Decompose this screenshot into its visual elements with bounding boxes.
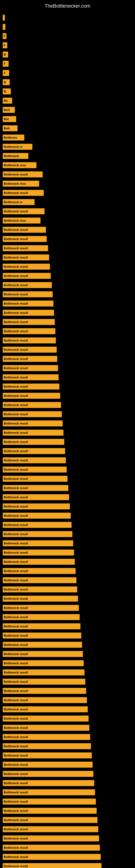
bar-row: Bottleneck result (3, 844, 132, 851)
bar-row: F (3, 32, 132, 40)
bar-row: Bottleneck result (3, 761, 132, 769)
bar: Bottleneck result (3, 356, 57, 362)
bar-row: Bottleneck result (3, 604, 132, 612)
bar: Bottleneck result (3, 688, 86, 694)
bar-row: Bottleneck result (3, 401, 132, 409)
bar-row: Bottleneck result (3, 669, 132, 676)
bar-row: B (3, 79, 132, 86)
bar-row: Bottleneck result (3, 300, 132, 307)
bar: Bottleneck result (3, 513, 71, 519)
bar: Bottleneck result (3, 393, 60, 399)
bar: Bottleneck result (3, 402, 61, 408)
bar-row: Bottleneck result (3, 577, 132, 584)
bar-row: B (3, 88, 132, 95)
bar-row: Bottleneck result (3, 383, 132, 390)
bar-row: Bott (3, 124, 132, 132)
bar: Bottleneck result (3, 577, 77, 583)
bar-row: Bottleneck result (3, 788, 132, 796)
bar: Bottleneck result (3, 328, 55, 334)
bar: Bottleneck result (3, 319, 55, 325)
bar-row: Bottleneck result (3, 208, 132, 215)
bar: Bottleneck resu (3, 162, 37, 168)
bar-row: Bottleneck result (3, 337, 132, 344)
bar: Bottleneck result (3, 494, 69, 500)
bar: Bottleneck result (3, 522, 72, 528)
bar: Bottleneck result (3, 540, 73, 546)
bar-row: Bottleneck result (3, 364, 132, 372)
bar-row: Bott (3, 106, 132, 114)
bar-row: Bottleneck result (3, 752, 132, 759)
bar-row: Bottleneck result (3, 235, 132, 243)
bar: Bottleneck result (3, 623, 81, 629)
bar: F (3, 42, 7, 48)
bar-row: B (3, 51, 132, 58)
bar: Bottleneck result (3, 817, 97, 823)
bar: Bottleneck result (3, 531, 72, 537)
bar: F (3, 33, 6, 39)
bar-row: Bottleneck result (3, 530, 132, 538)
bar-row: Bottleneck result (3, 521, 132, 529)
bar-row: Bottleneck result (3, 226, 132, 234)
bar: Bottleneck result (3, 550, 74, 556)
site-title: TheBottlenecker.com (0, 0, 135, 11)
bar-row: Bottleneck result (3, 420, 132, 427)
bar-row: Bottleneck result (3, 272, 132, 280)
bar: Bottleneck resu (3, 181, 39, 187)
bar: Bottleneck (3, 153, 28, 159)
bar-row: Bottleneck result (3, 263, 132, 271)
bar-row: Bottleneck result (3, 632, 132, 639)
bar: Bottleneck result (3, 642, 82, 648)
bar: Bottleneck result (3, 771, 93, 777)
bar-row: Bottleneck result (3, 659, 132, 667)
bar: Bottleneck result (3, 632, 81, 639)
bar-row: Bottleneck result (3, 798, 132, 805)
bar-row: Bottleneck result (3, 484, 132, 492)
bar-row: Bottleneck result (3, 567, 132, 575)
bar-row: Bottleneck resu (3, 161, 132, 169)
bar-row (3, 14, 132, 22)
bar: Bottleneck result (3, 190, 44, 196)
bar-row: Bottleneck result (3, 687, 132, 695)
bar-row: Bottleneck result (3, 807, 132, 814)
bar: B (3, 79, 10, 85)
bar-row: Bottleneck result (3, 733, 132, 741)
bar-row: Bottleneck result (3, 779, 132, 787)
bar-row: Bottleneck result (3, 696, 132, 704)
bar-row: Bottleneck result (3, 438, 132, 446)
bar-row: Bottleneck result (3, 826, 132, 833)
bar: Bot (3, 116, 16, 122)
bar-row: Bottleneck result (3, 466, 132, 473)
bar: Bottleneck result (3, 559, 75, 565)
bar-row: Bottleneck result (3, 650, 132, 658)
bar: Bott (3, 125, 17, 131)
bar: Bottleneck result (3, 503, 70, 509)
bar (3, 14, 5, 21)
bar-row: Bottleneck result (3, 742, 132, 750)
bar: Bottleneck result (3, 596, 78, 601)
bar-row: Bottleneck result (3, 254, 132, 261)
bar: Bottleneck result (3, 586, 77, 592)
bar: Bottleneck result (3, 310, 54, 316)
bar-row: Bottleneck result (3, 549, 132, 556)
bar: Bottleneck result (3, 614, 80, 620)
bar: Bottleneck result (3, 679, 85, 685)
bar: Bottleneck resu (3, 218, 41, 223)
bar-row: Bottleneck result (3, 724, 132, 732)
bar-row: Bottleneck result (3, 816, 132, 824)
bar: Bottleneck result (3, 365, 58, 371)
bar: B (3, 52, 8, 58)
bar: Bottleneck result (3, 245, 48, 251)
bar: Bottleneck result (3, 706, 88, 712)
bar-row: Bottleneck result (3, 355, 132, 363)
bar-row: Bottleneck result (3, 613, 132, 621)
bar-row: Bo (3, 97, 132, 104)
bar-row: Bottleneck result (3, 392, 132, 400)
bar-row: Bottleneck result (3, 770, 132, 778)
bar: Bottleneck result (3, 421, 63, 426)
bar: Bottleneck result (3, 485, 68, 491)
bar: Bottleneck result (3, 430, 63, 436)
bar: Bottleneck re (3, 199, 35, 205)
bar-row: Bottleneck result (3, 641, 132, 649)
bar-row: Bottleneck result (3, 558, 132, 565)
bar-row: Bottleneck result (3, 539, 132, 547)
